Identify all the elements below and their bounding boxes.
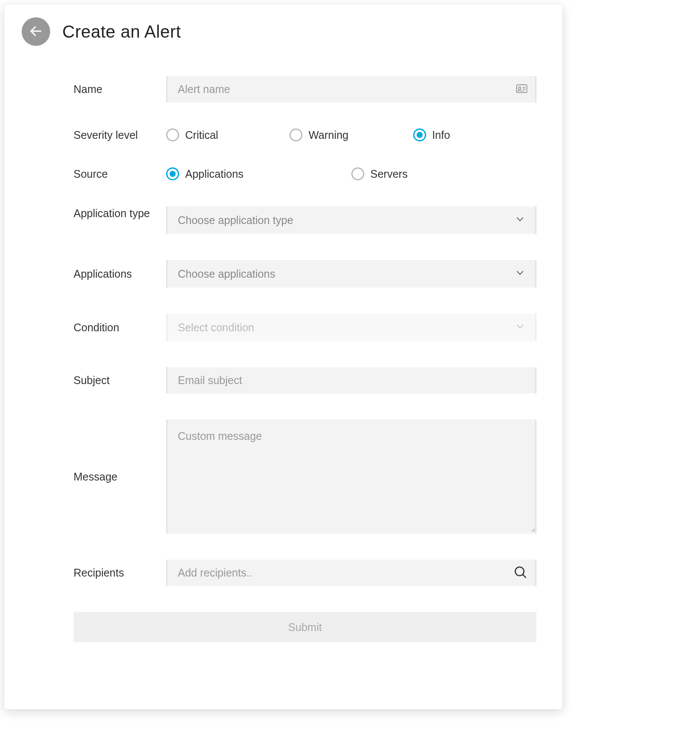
severity-radio-group: Critical Warning Info xyxy=(166,128,536,141)
radio-icon xyxy=(166,128,179,141)
name-input-wrap xyxy=(166,76,536,103)
severity-info-radio[interactable]: Info xyxy=(413,128,536,141)
row-severity: Severity level Critical Warning Info xyxy=(74,128,536,141)
label-subject: Subject xyxy=(74,374,166,387)
subject-input-wrap xyxy=(166,367,536,394)
subject-input[interactable] xyxy=(167,367,535,394)
arrow-left-icon xyxy=(29,24,43,40)
back-button[interactable] xyxy=(22,17,50,46)
row-submit: Submit xyxy=(74,612,536,642)
row-condition: Condition Select condition xyxy=(74,314,536,341)
submit-button[interactable]: Submit xyxy=(74,612,536,642)
radio-icon xyxy=(166,167,179,180)
recipients-input-wrap xyxy=(166,560,536,586)
radio-label: Warning xyxy=(308,129,348,141)
alert-form: Name Severity level xyxy=(22,76,545,642)
header: Create an Alert xyxy=(22,17,545,46)
label-message: Message xyxy=(74,471,166,483)
row-message: Message xyxy=(74,420,536,534)
svg-line-7 xyxy=(523,574,526,577)
source-applications-radio[interactable]: Applications xyxy=(166,167,351,180)
radio-icon xyxy=(351,167,364,180)
select-placeholder: Choose applications xyxy=(178,268,275,280)
condition-select[interactable]: Select condition xyxy=(167,314,535,341)
select-placeholder: Choose application type xyxy=(178,214,293,227)
radio-icon xyxy=(413,128,426,141)
name-input[interactable] xyxy=(167,76,535,103)
app-type-select-wrap: Choose application type xyxy=(166,206,536,234)
label-name: Name xyxy=(74,83,166,96)
message-textarea[interactable] xyxy=(167,420,535,532)
row-name: Name xyxy=(74,76,536,103)
page-title: Create an Alert xyxy=(62,22,181,42)
label-recipients: Recipients xyxy=(74,567,166,579)
severity-warning-radio[interactable]: Warning xyxy=(289,128,413,141)
severity-critical-radio[interactable]: Critical xyxy=(166,128,289,141)
id-card-icon xyxy=(516,84,527,95)
label-condition: Condition xyxy=(74,321,166,334)
source-servers-radio[interactable]: Servers xyxy=(351,167,536,180)
row-source: Source Applications Servers xyxy=(74,167,536,180)
row-applications: Applications Choose applications xyxy=(74,260,536,288)
search-icon[interactable] xyxy=(514,565,527,581)
row-subject: Subject xyxy=(74,367,536,394)
applications-select-wrap: Choose applications xyxy=(166,260,536,288)
row-recipients: Recipients xyxy=(74,560,536,586)
svg-point-2 xyxy=(518,87,521,90)
applications-select[interactable]: Choose applications xyxy=(167,260,535,288)
create-alert-card: Create an Alert Name xyxy=(4,4,562,709)
radio-label: Servers xyxy=(370,168,408,180)
chevron-down-icon xyxy=(515,268,525,280)
label-severity: Severity level xyxy=(74,129,166,141)
label-app-type: Application type xyxy=(74,206,166,221)
row-app-type: Application type Choose application type xyxy=(74,206,536,234)
condition-select-wrap: Select condition xyxy=(166,314,536,341)
recipients-input[interactable] xyxy=(167,560,535,586)
label-source: Source xyxy=(74,168,166,180)
label-applications: Applications xyxy=(74,268,166,280)
chevron-down-icon xyxy=(515,214,525,227)
chevron-down-icon xyxy=(515,321,525,334)
source-radio-group: Applications Servers xyxy=(166,167,536,180)
select-placeholder: Select condition xyxy=(178,321,254,334)
radio-label: Applications xyxy=(185,168,244,180)
message-textarea-wrap xyxy=(166,420,536,534)
radio-label: Info xyxy=(432,129,450,141)
app-type-select[interactable]: Choose application type xyxy=(167,206,535,234)
radio-label: Critical xyxy=(185,129,218,141)
radio-icon xyxy=(289,128,302,141)
